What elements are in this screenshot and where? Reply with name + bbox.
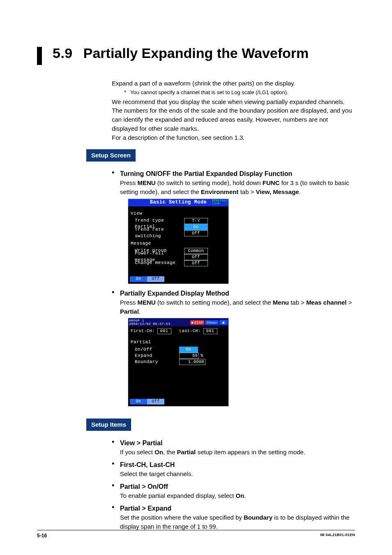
text: Set the position where the value specifi…: [120, 514, 244, 521]
kw-func: FUNC: [263, 179, 280, 186]
softkey-bar: On Off: [128, 398, 228, 406]
group-header-message: Message: [131, 240, 226, 247]
intro-p2: We recommend that you display the scale …: [112, 97, 355, 133]
device-titlebar: GROUP 1 2008/12/02 08:57:53 ■DISP 1hour …: [128, 318, 228, 326]
bullet-body: Press MENU (to switch to setting mode), …: [120, 298, 355, 316]
page-footer: 5-16 IM 04L21B01-01EN: [37, 530, 355, 539]
last-ch-label: Last-CH:: [180, 328, 201, 335]
value: Off: [184, 254, 208, 260]
item-partial-onoff: Partial > On/Off To enable partial expan…: [112, 482, 355, 500]
bullet-body: Press MENU (to switch to setting mode), …: [120, 178, 355, 197]
row-power-fail: Power-fail message Off: [131, 254, 226, 260]
text: If you select: [120, 449, 154, 456]
item-body: If you select On, the Partial setup item…: [120, 448, 355, 457]
eth-line2: Link: [212, 202, 220, 205]
item-title: Partial > Expand: [120, 504, 355, 513]
value: Off: [184, 230, 208, 236]
doc-id: IM 04L21B01-01EN: [320, 533, 355, 539]
text: tab >: [289, 299, 306, 306]
text: setup item appears in the setting mode.: [196, 449, 305, 456]
stop-icon: ■: [191, 320, 194, 325]
last-ch-value: 001: [203, 328, 217, 334]
unit: %: [201, 353, 203, 359]
label: On/Off: [131, 347, 179, 353]
row-trend-rate: Trend rate switching Off: [131, 230, 226, 236]
value: 1.0000: [179, 359, 205, 365]
value: Off: [184, 260, 208, 266]
label: Boundary: [131, 359, 179, 365]
value-highlighted: On: [184, 224, 208, 230]
bullet-title: Partially Expanded Display Method: [120, 289, 355, 298]
heading-title: Partially Expanding the Waveform: [83, 45, 309, 61]
item-title: Partial > On/Off: [120, 482, 355, 491]
row-expand: Expand 50 %: [131, 353, 226, 359]
disp-chip: ■DISP: [190, 320, 205, 325]
row-boundary: Boundary 1.0000: [131, 359, 226, 365]
bullet-turn-onoff: Turning ON/OFF the Partial Expanded Disp…: [112, 169, 355, 284]
softkey-on: On: [130, 399, 147, 405]
item-body: Set the position where the value specifi…: [120, 513, 355, 531]
label: Change message: [131, 260, 184, 266]
text: .: [299, 188, 301, 195]
text: Press: [120, 299, 138, 306]
title-chips: ■DISP 1hour ▣: [190, 320, 228, 325]
value: T-Y: [184, 218, 208, 224]
intro-p3: For a description of the function, see s…: [112, 133, 355, 142]
label-setup-items: Setup Items: [86, 419, 131, 431]
ethernet-indicator: Ethernet Link: [212, 199, 228, 205]
kw-partial: Partial: [120, 308, 139, 315]
value: 50: [179, 353, 199, 359]
kw-menu: MENU: [138, 299, 156, 306]
chip-label: DISP: [194, 320, 203, 325]
kw-on: On: [236, 492, 244, 499]
label: Expand: [131, 353, 179, 359]
item-body: Select the target channels.: [120, 469, 355, 479]
kw-boundary: Boundary: [244, 514, 272, 521]
item-body: To enable partial expanded display, sele…: [120, 491, 355, 500]
softkey-off: Off: [147, 276, 164, 282]
kw-menu: MENU: [138, 179, 156, 186]
kw-menu-tab: Menu: [273, 299, 289, 306]
text: .: [244, 492, 246, 499]
group-header-partial: Partial: [131, 339, 226, 346]
kw-partial: Partial: [177, 449, 196, 456]
title-left: GROUP 1 2008/12/02 08:57:53: [129, 319, 171, 326]
section-heading: 5.9 Partially Expanding the Waveform: [37, 45, 355, 65]
intro-p1: Expand a part of a waveform (shrink the …: [112, 79, 355, 88]
page-number: 5-16: [37, 533, 47, 539]
softkey-off: Off: [147, 399, 164, 405]
kw-environment: Environment: [201, 188, 239, 195]
item-title: First-CH, Last-CH: [120, 460, 355, 469]
bullet-title: Turning ON/OFF the Partial Expanded Disp…: [120, 169, 355, 178]
first-ch-label: First-CH:: [131, 328, 155, 335]
device-titlebar: Basic Setting Mode Ethernet Link: [128, 199, 228, 206]
label: Trend type: [131, 217, 184, 224]
text: Press: [120, 179, 138, 186]
value-highlighted: On: [179, 347, 198, 353]
heading-number: 5.9: [53, 45, 73, 61]
label: Trend rate switching: [131, 227, 184, 240]
time-chip: 1hour: [205, 320, 219, 325]
device-screenshot-basic: Basic Setting Mode Ethernet Link View Tr…: [128, 199, 228, 284]
label-setup-screen: Setup Screen: [86, 149, 136, 162]
heading-marker: [37, 47, 42, 65]
text: >: [347, 299, 352, 306]
device-body: View Trend type T-Y Partial On Trend rat…: [128, 206, 228, 275]
bullet-method: Partially Expanded Display Method Press …: [112, 289, 355, 407]
channel-row: First-CH: 001 Last-CH: 001: [128, 326, 228, 336]
softkey-on: On: [130, 276, 147, 282]
row-onoff: On/Off On: [131, 347, 226, 353]
kw-view-message: View, Message: [256, 188, 299, 195]
text: To enable partial expanded display, sele…: [120, 492, 236, 499]
timestamp: 2008/12/02 08:57:53: [129, 322, 171, 326]
first-ch-value: 001: [157, 328, 171, 334]
text: , the: [163, 449, 177, 456]
body-column: Expand a part of a waveform (shrink the …: [112, 79, 355, 531]
row-trend-type: Trend type T-Y: [131, 218, 226, 224]
text: (to switch to setting mode), hold down: [156, 179, 263, 186]
softkey-bar: On Off: [128, 275, 228, 284]
value: Common: [184, 248, 208, 254]
item-partial-expand: Partial > Expand Set the position where …: [112, 504, 355, 531]
device-title: Basic Setting Mode: [150, 199, 207, 206]
kw-meas-channel: Meas channel: [306, 299, 346, 306]
